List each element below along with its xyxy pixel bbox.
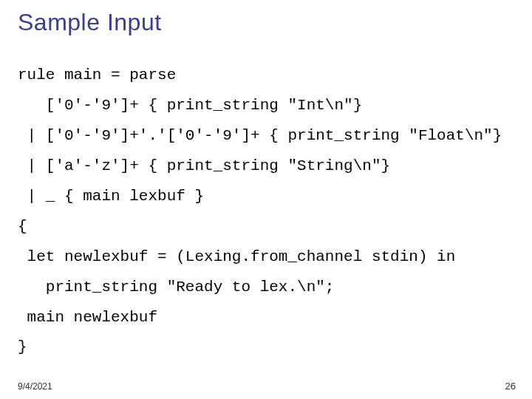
code-block: rule main = parse ['0'-'9']+ { print_str… <box>18 61 525 363</box>
slide: Sample Input rule main = parse ['0'-'9']… <box>0 0 532 399</box>
slide-title: Sample Input <box>18 9 162 36</box>
footer-date: 9/4/2021 <box>18 381 52 392</box>
footer-page-number: 26 <box>505 381 516 392</box>
